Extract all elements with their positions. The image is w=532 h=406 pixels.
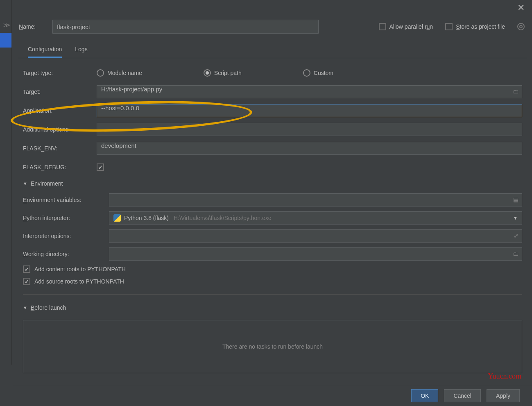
target-value: H:/flask-project/app.py [101, 86, 162, 93]
chevron-down-icon: ▼ [513, 215, 518, 220]
add-content-roots-label: Add content roots to PYTHONPATH [34, 266, 126, 272]
apply-button[interactable]: Apply [487, 389, 520, 402]
before-launch-expander[interactable]: ▼ Before launch [23, 301, 522, 314]
env-vars-label: Environment variables: [23, 197, 109, 203]
caret-down-icon: ▼ [23, 181, 27, 186]
divider [23, 294, 522, 295]
interpreter-options-label: Interpreter options: [23, 233, 109, 239]
target-type-row: Target type: Module name Script path Cus… [23, 64, 522, 82]
flask-debug-checkbox[interactable] [97, 163, 104, 171]
store-as-project-file-label: Store as project file [456, 23, 505, 30]
target-type-label: Target type: [23, 70, 97, 76]
radio-custom-label: Custom [314, 70, 333, 76]
environment-section-label: Environment [31, 180, 63, 187]
folder-icon[interactable]: 🗀 [513, 88, 518, 95]
target-input[interactable]: H:/flask-project/app.py 🗀 [97, 85, 522, 98]
list-icon[interactable]: ▤ [513, 196, 518, 203]
application-value: --host=0.0.0.0 [101, 104, 139, 111]
additional-options-input[interactable] [97, 123, 522, 136]
flask-debug-label: FLASK_DEBUG: [23, 164, 97, 170]
before-launch-tasks-box: There are no tasks to run before launch [23, 320, 522, 373]
name-label: NName:ame: [19, 23, 48, 30]
additional-options-label: Additional options: [23, 126, 97, 133]
target-label: Target: [23, 88, 97, 95]
flask-env-row: FLASK_ENV: development [23, 139, 522, 157]
radio-icon [303, 69, 310, 77]
cancel-button[interactable]: Cancel [444, 389, 481, 402]
application-input[interactable]: --host=0.0.0.0 [97, 104, 522, 117]
python-interpreter-path: H:\Virtualenvs\flask\Scripts\python.exe [174, 215, 272, 221]
environment-section: Environment variables: ▤ Python interpre… [23, 191, 522, 288]
flask-env-input[interactable]: development [97, 142, 522, 155]
caret-down-icon: ▼ [23, 305, 27, 310]
radio-module-name[interactable]: Module name [97, 69, 142, 77]
radio-script-path[interactable]: Script path [204, 69, 242, 77]
target-row: Target: H:/flask-project/app.py 🗀 [23, 83, 522, 101]
flask-env-value: development [101, 142, 136, 149]
sidebar-active-marker [0, 33, 11, 48]
radio-custom[interactable]: Custom [303, 69, 333, 77]
flask-debug-row: FLASK_DEBUG: [23, 158, 522, 176]
configuration-form: Target type: Module name Script path Cus… [13, 58, 532, 373]
gear-icon[interactable] [517, 23, 525, 30]
working-directory-label: Working directory: [23, 251, 109, 257]
python-interpreter-label: Python interpreter: [23, 215, 109, 221]
python-interpreter-name: Python 3.8 (flask) [124, 215, 169, 221]
application-label: Application: [23, 107, 97, 114]
dialog-footer: OK Cancel Apply [13, 385, 532, 406]
radio-icon [97, 69, 104, 77]
add-source-roots-label: Add source roots to PYTHONPATH [34, 278, 124, 285]
name-input[interactable] [52, 20, 319, 34]
radio-script-label: Script path [214, 70, 242, 76]
store-as-project-file-checkbox[interactable]: Store as project file [445, 23, 505, 30]
tab-bar: Configuration Logs [18, 42, 527, 58]
ok-button[interactable]: OK [411, 389, 438, 402]
working-directory-row: Working directory: 🗀 [23, 245, 522, 263]
checkbox-icon [445, 23, 453, 30]
add-source-roots-row: Add source roots to PYTHONPATH [23, 275, 522, 288]
env-vars-row: Environment variables: ▤ [23, 191, 522, 209]
interpreter-options-row: Interpreter options: ⤢ [23, 227, 522, 245]
add-source-roots-checkbox[interactable] [23, 278, 30, 285]
expand-icon[interactable]: ⤢ [514, 232, 518, 239]
expand-sidebar-chevrons[interactable]: >> [3, 20, 8, 29]
environment-expander[interactable]: ▼ Environment [23, 177, 522, 190]
tab-configuration[interactable]: Configuration [28, 42, 62, 58]
tab-logs[interactable]: Logs [75, 42, 87, 58]
flask-env-label: FLASK_ENV: [23, 145, 97, 152]
checkbox-icon [379, 23, 386, 30]
working-directory-input[interactable]: 🗀 [109, 247, 522, 261]
sidebar-stub [0, 0, 11, 365]
before-launch-label: Before launch [31, 304, 66, 311]
folder-icon[interactable]: 🗀 [513, 250, 518, 257]
add-content-roots-row: Add content roots to PYTHONPATH [23, 263, 522, 275]
dialog-header: NName:ame: Allow parallel run Store as p… [13, 0, 532, 42]
python-icon [113, 214, 121, 222]
allow-parallel-run-checkbox[interactable]: Allow parallel run [379, 23, 433, 30]
radio-module-label: Module name [107, 70, 142, 76]
application-row: Application: --host=0.0.0.0 [23, 102, 522, 120]
radio-icon [204, 69, 211, 77]
add-content-roots-checkbox[interactable] [23, 265, 30, 273]
additional-options-row: Additional options: [23, 120, 522, 138]
allow-parallel-run-label: Allow parallel run [389, 23, 433, 30]
python-interpreter-row: Python interpreter: Python 3.8 (flask) H… [23, 209, 522, 227]
watermark-text: Yuucn.com [488, 372, 521, 381]
interpreter-options-input[interactable]: ⤢ [109, 229, 522, 243]
run-configuration-dialog: NName:ame: Allow parallel run Store as p… [13, 0, 532, 406]
env-vars-input[interactable]: ▤ [109, 193, 522, 206]
python-interpreter-select[interactable]: Python 3.8 (flask) H:\Virtualenvs\flask\… [109, 211, 522, 225]
before-launch-empty-text: There are no tasks to run before launch [222, 343, 323, 350]
